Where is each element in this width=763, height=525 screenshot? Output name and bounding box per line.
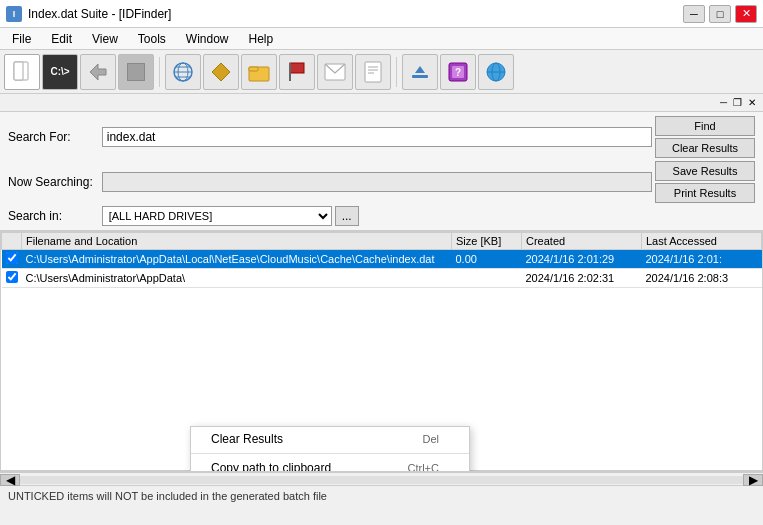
search-in-select[interactable]: [ALL HARD DRIVES] C:\ D:\ (102, 206, 332, 226)
ctx-sep-1 (191, 453, 469, 454)
toolbar-envelope[interactable] (317, 54, 353, 90)
menu-view[interactable]: View (84, 30, 126, 48)
toolbar-earth[interactable] (478, 54, 514, 90)
menu-tools[interactable]: Tools (130, 30, 174, 48)
scroll-right[interactable]: ▶ (743, 474, 763, 486)
search-in-label: Search in: (8, 209, 99, 223)
toolbar-download[interactable] (402, 54, 438, 90)
toolbar-diamond[interactable] (203, 54, 239, 90)
menu-edit[interactable]: Edit (43, 30, 80, 48)
col-accessed: Last Accessed (642, 233, 762, 250)
close-button[interactable]: ✕ (735, 5, 757, 23)
maximize-button[interactable]: □ (709, 5, 731, 23)
row-created: 2024/1/16 2:02:31 (522, 269, 642, 288)
status-bar: UNTICKED items will NOT be included in t… (0, 485, 763, 505)
svg-rect-10 (249, 67, 258, 71)
search-for-label: Search For: (8, 130, 99, 144)
toolbar-back[interactable] (80, 54, 116, 90)
menu-help[interactable]: Help (241, 30, 282, 48)
col-created: Created (522, 233, 642, 250)
results-table: Filename and Location Size [KB] Created … (1, 232, 762, 288)
row-size: 0.00 (452, 250, 522, 269)
table-row[interactable]: C:\Users\Administrator\AppData\ 2024/1/1… (2, 269, 762, 288)
now-searching-input (102, 172, 652, 192)
menu-file[interactable]: File (4, 30, 39, 48)
row-created: 2024/1/16 2:01:29 (522, 250, 642, 269)
toolbar-page[interactable] (355, 54, 391, 90)
row-path: C:\Users\Administrator\AppData\ (22, 269, 452, 288)
toolbar: C:\> ? (0, 50, 763, 94)
app-icon: I (6, 6, 22, 22)
mdi-close[interactable]: ✕ (745, 97, 759, 108)
mdi-minimize[interactable]: ─ (717, 97, 730, 108)
toolbar-grey[interactable] (118, 54, 154, 90)
row-accessed: 2024/1/16 2:01: (642, 250, 762, 269)
table-row[interactable]: C:\Users\Administrator\AppData\Local\Net… (2, 250, 762, 269)
toolbar-book[interactable]: ? (440, 54, 476, 90)
mdi-inner-titlebar: ─ ❐ ✕ (0, 94, 763, 112)
mdi-restore[interactable]: ❐ (730, 97, 745, 108)
svg-rect-11 (290, 63, 304, 73)
svg-rect-14 (365, 62, 381, 82)
minimize-button[interactable]: ─ (683, 5, 705, 23)
now-searching-label: Now Searching: (8, 175, 99, 189)
window-controls[interactable]: ─ □ ✕ (683, 5, 757, 23)
horizontal-scrollbar[interactable]: ◀ ▶ (0, 471, 763, 485)
svg-marker-2 (90, 64, 106, 80)
menu-window[interactable]: Window (178, 30, 237, 48)
browse-button[interactable]: ... (335, 206, 359, 226)
app-title: Index.dat Suite - [IDFinder] (28, 7, 171, 21)
col-filename: Filename and Location (22, 233, 452, 250)
find-button[interactable]: Find (655, 116, 755, 136)
svg-rect-1 (14, 62, 23, 80)
toolbar-globe[interactable] (165, 54, 201, 90)
toolbar-new[interactable] (4, 54, 40, 90)
title-bar: I Index.dat Suite - [IDFinder] ─ □ ✕ (0, 0, 763, 28)
scroll-left[interactable]: ◀ (0, 474, 20, 486)
col-checkbox (2, 233, 22, 250)
menu-bar: File Edit View Tools Window Help (0, 28, 763, 50)
search-buttons: Find Clear Results (655, 116, 755, 158)
toolbar-sep-1 (159, 57, 160, 87)
toolbar-folder[interactable] (241, 54, 277, 90)
context-menu: Clear Results Del Copy path to clipboard… (190, 426, 470, 471)
svg-rect-18 (412, 75, 428, 78)
col-size: Size [KB] (452, 233, 522, 250)
ctx-clear-results[interactable]: Clear Results Del (191, 427, 469, 451)
search-in-row: [ALL HARD DRIVES] C:\ D:\ ... (102, 206, 652, 226)
clear-results-button[interactable]: Clear Results (655, 138, 755, 158)
print-results-button[interactable]: Print Results (655, 183, 755, 203)
ctx-copy-path[interactable]: Copy path to clipboard Ctrl+C (191, 456, 469, 471)
row-checkbox-cell[interactable] (2, 269, 22, 288)
search-panel: Search For: Find Clear Results Now Searc… (0, 112, 763, 231)
save-results-button[interactable]: Save Results (655, 161, 755, 181)
row-accessed: 2024/1/16 2:08:3 (642, 269, 762, 288)
toolbar-cmd[interactable]: C:\> (42, 54, 78, 90)
search-for-input[interactable] (102, 127, 652, 147)
search-buttons-2: Save Results Print Results (655, 161, 755, 203)
row-checkbox-cell[interactable] (2, 250, 22, 269)
svg-text:?: ? (455, 67, 461, 78)
toolbar-flag[interactable] (279, 54, 315, 90)
svg-marker-19 (415, 66, 425, 73)
toolbar-sep-2 (396, 57, 397, 87)
status-text: UNTICKED items will NOT be included in t… (8, 490, 327, 502)
row-size (452, 269, 522, 288)
row-path: C:\Users\Administrator\AppData\Local\Net… (22, 250, 452, 269)
svg-marker-8 (212, 63, 230, 81)
